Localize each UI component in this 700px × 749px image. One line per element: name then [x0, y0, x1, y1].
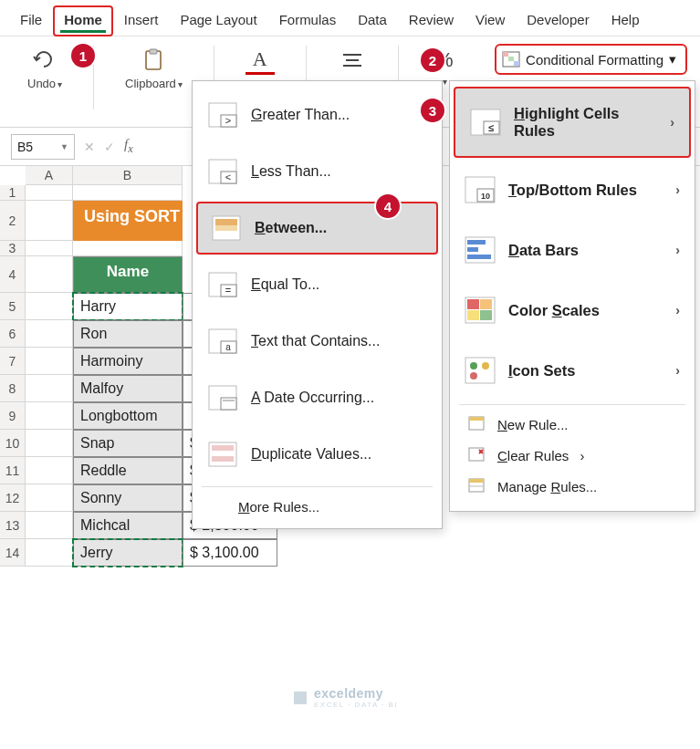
cell[interactable] [26, 430, 73, 457]
cell-name[interactable]: Longbottom [73, 402, 183, 430]
cell[interactable] [26, 201, 73, 241]
cell[interactable] [26, 402, 73, 430]
menu-item-between[interactable]: Between... [196, 202, 438, 255]
cell-name[interactable]: Michcal [73, 512, 183, 539]
menu-separator [459, 404, 685, 405]
row-header[interactable]: 3 [0, 241, 26, 256]
svg-rect-8 [514, 61, 519, 66]
row-header[interactable]: 9 [0, 402, 26, 430]
menu-item-duplicate-values[interactable]: Duplicate Values... [193, 426, 442, 483]
conditional-formatting-button[interactable]: Conditional Formatting ▾ [495, 44, 687, 75]
cell-name[interactable]: Snap [73, 430, 183, 457]
tab-formulas[interactable]: Formulas [268, 5, 348, 36]
highlight-cells-rules-menu: > Greater Than... < Less Than... Between… [192, 80, 443, 529]
tab-insert[interactable]: Insert [113, 5, 170, 36]
svg-rect-28 [212, 445, 234, 451]
align-icon [338, 46, 367, 75]
cell[interactable] [26, 293, 73, 320]
cell[interactable] [26, 185, 73, 201]
col-header-a[interactable]: A [26, 166, 73, 185]
svg-text:10: 10 [481, 192, 490, 201]
row-header[interactable]: 13 [0, 512, 26, 539]
cell[interactable] [26, 348, 73, 375]
cell[interactable] [26, 539, 73, 567]
svg-text:a: a [225, 342, 231, 352]
row-header[interactable]: 1 [0, 185, 26, 201]
undo-icon [30, 46, 59, 75]
menu-item-manage-rules[interactable]: Manage Rules... [450, 471, 695, 502]
chevron-right-icon: › [675, 182, 680, 197]
row-header[interactable]: 11 [0, 457, 26, 484]
table-header-name: Name [73, 256, 183, 293]
cell[interactable] [73, 185, 183, 201]
menu-item-data-bars[interactable]: Data Bars › [450, 220, 695, 280]
cell-name[interactable]: Malfoy [73, 375, 183, 402]
row-header[interactable]: 14 [0, 539, 26, 567]
svg-text:>: > [225, 115, 231, 126]
tab-developer[interactable]: Developer [516, 5, 600, 36]
conditional-formatting-menu: ≤ Highlight Cells Rules › 10 Top/Bottom … [449, 80, 695, 512]
clipboard-group[interactable]: Clipboard▾ [125, 46, 183, 90]
chevron-right-icon: › [675, 243, 680, 257]
cell[interactable] [26, 457, 73, 484]
svg-rect-39 [467, 255, 491, 259]
menu-item-equal-to[interactable]: = Equal To... [193, 256, 442, 313]
name-box[interactable]: B5 ▼ [11, 134, 75, 160]
menu-item-clear-rules[interactable]: Clear Rules › [450, 440, 695, 471]
cell[interactable] [26, 375, 73, 402]
row-header[interactable]: 6 [0, 320, 26, 348]
menu-item-color-scales[interactable]: Color Scales › [450, 280, 695, 340]
menu-item-text-contains[interactable]: a Text that Contains... [193, 313, 442, 369]
menu-label: Less Than... [251, 163, 331, 180]
cell-name[interactable]: Sonny [73, 484, 183, 512]
cell[interactable] [26, 241, 73, 256]
cell[interactable] [26, 512, 73, 539]
row-header[interactable]: 12 [0, 484, 26, 512]
cell-name[interactable]: Jerry [73, 539, 183, 567]
menu-item-less-than[interactable]: < Less Than... [193, 143, 442, 200]
cell-salary[interactable]: $ 3,100.00 [183, 539, 277, 567]
menu-item-top-bottom-rules[interactable]: 10 Top/Bottom Rules › [450, 160, 695, 220]
date-icon [207, 384, 238, 411]
tab-file[interactable]: File [9, 5, 53, 36]
tab-home[interactable]: Home [53, 5, 113, 36]
callout-3: 3 [421, 99, 444, 122]
cell-name[interactable]: Harry [73, 293, 183, 320]
cell-name[interactable]: Ron [73, 320, 183, 348]
menu-separator [202, 486, 433, 487]
row-header[interactable]: 5 [0, 293, 26, 320]
fx-icon[interactable]: fx [124, 137, 133, 156]
menu-item-date-occurring[interactable]: A Date Occurring... [193, 369, 442, 426]
tab-data[interactable]: Data [347, 5, 398, 36]
row-header[interactable]: 7 [0, 348, 26, 375]
tab-page-layout[interactable]: Page Layout [169, 5, 267, 36]
top-bottom-icon: 10 [465, 176, 496, 203]
cell-name[interactable]: Reddle [73, 457, 183, 484]
row-header[interactable]: 4 [0, 256, 26, 293]
row-header[interactable]: 8 [0, 375, 26, 402]
menu-item-greater-than[interactable]: > Greater Than... [193, 87, 442, 143]
cell[interactable] [26, 256, 73, 293]
tab-view[interactable]: View [465, 5, 516, 36]
tab-help[interactable]: Help [601, 5, 651, 36]
title-banner: Using SORT [73, 201, 183, 241]
svg-rect-51 [469, 448, 484, 461]
col-header-b[interactable]: B [73, 166, 183, 185]
highlight-cells-icon: ≤ [470, 109, 501, 136]
cell-name[interactable]: Harmoiny [73, 348, 183, 375]
menu-item-new-rule[interactable]: New Rule... [450, 409, 695, 440]
menu-item-highlight-cells-rules[interactable]: ≤ Highlight Cells Rules › [454, 87, 691, 158]
menu-item-icon-sets[interactable]: Icon Sets › [450, 340, 695, 401]
manage-rules-icon [468, 478, 486, 494]
text-contains-icon: a [207, 328, 238, 355]
cell[interactable] [26, 484, 73, 512]
menu-label: Text that Contains... [251, 333, 380, 349]
cell[interactable] [26, 320, 73, 348]
tab-review[interactable]: Review [398, 5, 465, 36]
menu-item-more-rules[interactable]: More Rules... [193, 491, 442, 523]
chevron-right-icon: › [670, 115, 674, 130]
row-header[interactable]: 10 [0, 430, 26, 457]
cell[interactable] [73, 241, 183, 256]
row-header[interactable]: 2 [0, 201, 26, 241]
undo-group[interactable]: Undo▾ [27, 46, 62, 90]
